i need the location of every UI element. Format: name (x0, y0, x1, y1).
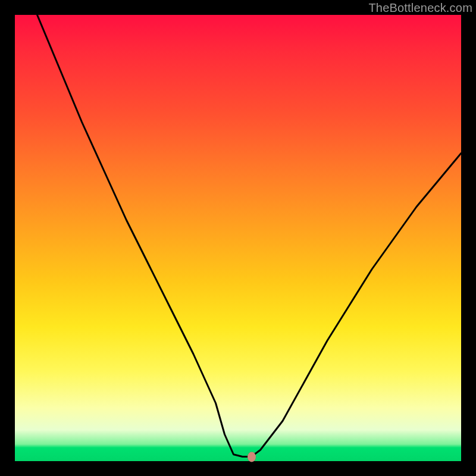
plot-area (15, 15, 461, 461)
watermark-text: TheBottleneck.com (368, 1, 472, 15)
chart-frame: TheBottleneck.com (0, 0, 476, 476)
bottleneck-curve (15, 15, 461, 461)
optimum-marker (248, 452, 256, 462)
